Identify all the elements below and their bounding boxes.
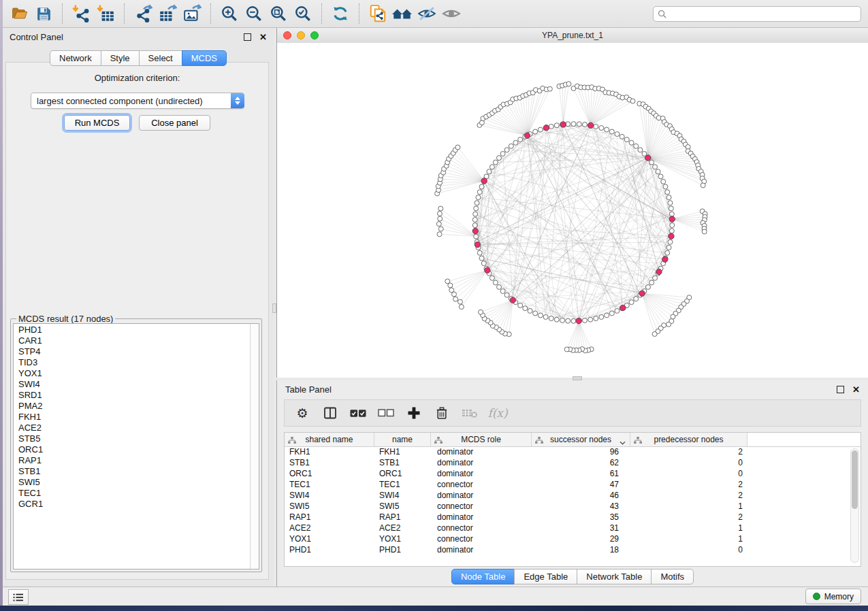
table-scrollbar[interactable] [850, 448, 859, 563]
network-search-input[interactable] [669, 8, 856, 19]
save-session-icon[interactable] [31, 3, 56, 24]
mcds-result-item[interactable]: CAR1 [14, 335, 250, 346]
table-cell: dominator [431, 446, 532, 457]
task-history-button[interactable] [8, 589, 29, 605]
table-cell: connector [431, 523, 532, 533]
table-tabs: Node Table Edge Table Network Table Moti… [277, 569, 868, 584]
table-row[interactable]: RAP1RAP1dominator352 [285, 512, 851, 523]
open-session-icon[interactable] [7, 3, 31, 24]
export-table-icon[interactable] [155, 3, 180, 24]
zoom-out-icon[interactable] [242, 3, 266, 24]
search-icon [658, 10, 666, 18]
mcds-result-item[interactable]: STB5 [14, 433, 250, 444]
network-view-canvas[interactable] [276, 43, 868, 378]
tab-select[interactable]: Select [139, 50, 182, 66]
criterion-selected-value: largest connected component (undirected) [31, 96, 231, 106]
table-cell: RAP1 [374, 512, 431, 523]
mcds-result-item[interactable]: GCR1 [14, 499, 250, 510]
deselect-all-checkboxes-icon[interactable] [378, 405, 394, 421]
hide-selected-icon[interactable] [415, 3, 439, 24]
table-row[interactable]: STB1STB1dominator620 [285, 457, 851, 468]
mcds-result-item[interactable]: SRD1 [14, 390, 250, 401]
mcds-panel: Optimization criterion: largest connecte… [5, 62, 269, 580]
memory-button[interactable]: Memory [805, 589, 861, 604]
zoom-fit-icon[interactable] [266, 3, 291, 24]
list-icon [12, 593, 25, 602]
mcds-result-item[interactable]: PHD1 [14, 325, 250, 335]
mcds-result-item[interactable]: YOX1 [14, 368, 250, 379]
show-all-icon[interactable] [439, 3, 464, 24]
table-cell: ORC1 [285, 468, 374, 479]
table-row[interactable]: ACE2ACE2connector311 [285, 523, 851, 533]
mcds-result-item[interactable]: ACE2 [14, 423, 250, 433]
show-columns-icon[interactable] [322, 405, 338, 421]
maximize-window-icon[interactable] [310, 31, 319, 39]
table-cell: 47 [532, 479, 630, 490]
tab-network[interactable]: Network [50, 50, 101, 66]
close-panel-icon[interactable]: ✕ [852, 385, 860, 394]
table-cell: 1 [630, 501, 748, 512]
tab-edge-table[interactable]: Edge Table [514, 569, 577, 584]
node-table-header: shared name name MCDS role successor nod… [285, 433, 861, 447]
mcds-result-scrollbar[interactable] [250, 324, 259, 569]
column-header-mcds-role[interactable]: MCDS role [431, 433, 532, 446]
tab-style[interactable]: Style [101, 50, 140, 66]
export-network-icon[interactable] [131, 3, 155, 24]
close-panel-icon[interactable]: ✕ [259, 33, 267, 42]
table-row[interactable]: TEC1TEC1connector472 [285, 479, 851, 490]
table-options-gear-icon[interactable]: ⚙ [294, 405, 310, 421]
network-from-selection-icon[interactable] [366, 3, 390, 24]
tab-node-table[interactable]: Node Table [451, 569, 515, 584]
column-header-name[interactable]: name [374, 433, 431, 446]
mcds-result-item[interactable]: RAP1 [14, 455, 250, 466]
tab-motifs[interactable]: Motifs [651, 569, 694, 584]
delete-columns-trash-icon[interactable] [434, 405, 450, 421]
zoom-in-icon[interactable] [217, 3, 242, 24]
mcds-result-item[interactable]: PMA2 [14, 401, 250, 412]
network-search-field[interactable] [653, 6, 861, 22]
table-cell: dominator [431, 490, 532, 501]
close-window-icon[interactable] [283, 31, 291, 39]
import-table-icon[interactable] [93, 3, 118, 24]
import-network-icon[interactable] [69, 3, 93, 24]
float-window-icon[interactable] [837, 386, 844, 393]
table-cell: STB1 [374, 457, 431, 468]
column-header-successor-nodes[interactable]: successor nodes [532, 433, 630, 446]
horizontal-splitter[interactable] [276, 376, 868, 380]
close-panel-button[interactable]: Close panel [139, 115, 210, 131]
scrollbar-thumb[interactable] [852, 450, 858, 509]
delete-table-icon-disabled [462, 405, 478, 421]
tab-network-table[interactable]: Network Table [577, 569, 652, 584]
add-column-icon[interactable] [406, 405, 422, 421]
shared-column-icon [434, 436, 443, 446]
mcds-result-item[interactable]: SWI5 [14, 477, 250, 488]
mcds-result-item[interactable]: TID3 [14, 357, 250, 368]
mcds-result-item[interactable]: STP4 [14, 346, 250, 357]
mcds-result-item[interactable]: SWI4 [14, 379, 250, 390]
export-image-icon[interactable] [180, 3, 204, 24]
run-mcds-button[interactable]: Run MCDS [64, 115, 130, 131]
network-window-titlebar[interactable]: YPA_prune.txt_1 [276, 28, 868, 44]
float-window-icon[interactable] [244, 33, 251, 41]
optimization-criterion-select[interactable]: largest connected component (undirected) [31, 93, 244, 109]
table-cell: 62 [532, 457, 630, 468]
mcds-result-item[interactable]: FKH1 [14, 412, 250, 423]
first-neighbors-icon[interactable] [390, 3, 415, 24]
mcds-result-item[interactable]: STB1 [14, 466, 250, 477]
table-row[interactable]: PHD1PHD1dominator180 [285, 544, 851, 555]
table-cell: 2 [630, 490, 748, 501]
table-row[interactable]: YOX1YOX1connector291 [285, 533, 851, 544]
table-row[interactable]: SWI5SWI5connector431 [285, 501, 851, 512]
select-all-checkboxes-icon[interactable] [350, 405, 366, 421]
table-row[interactable]: FKH1FKH1dominator962 [285, 446, 851, 457]
table-row[interactable]: ORC1ORC1dominator610 [285, 468, 851, 479]
column-header-predecessor-nodes[interactable]: predecessor nodes [630, 433, 748, 446]
table-row[interactable]: SWI4SWI4dominator462 [285, 490, 851, 501]
zoom-selected-icon[interactable] [291, 3, 315, 24]
tab-mcds[interactable]: MCDS [182, 50, 227, 66]
refresh-layout-icon[interactable] [328, 3, 353, 24]
minimize-window-icon[interactable] [297, 31, 305, 39]
mcds-result-item[interactable]: ORC1 [14, 444, 250, 455]
column-header-shared-name[interactable]: shared name [285, 433, 374, 446]
mcds-result-item[interactable]: TEC1 [14, 488, 250, 499]
